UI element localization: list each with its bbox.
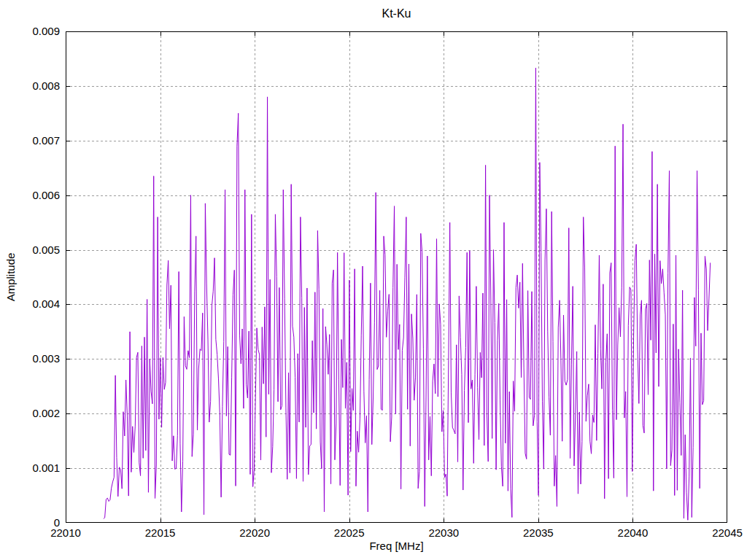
y-tick-label: 0.009 [0, 26, 60, 37]
x-tick-label: 22040 [600, 527, 665, 539]
x-tick-label: 22025 [317, 527, 382, 539]
y-tick-label: 0.007 [0, 135, 60, 147]
x-tick-label: 22035 [506, 527, 571, 539]
spectrum-line [104, 68, 711, 520]
y-tick-label: 0.003 [0, 353, 60, 365]
y-tick-label: 0.006 [0, 190, 60, 201]
y-tick-label: 0.001 [0, 462, 60, 474]
plot-area [66, 31, 727, 523]
x-axis-label: Freq [MHz] [66, 540, 727, 552]
x-tick-label: 22010 [33, 527, 98, 539]
x-tick-label: 22020 [222, 527, 287, 539]
x-tick-label: 22015 [128, 527, 193, 539]
x-tick-label: 22030 [411, 527, 476, 539]
y-tick-label: 0.004 [0, 298, 60, 310]
plot-border [66, 32, 727, 523]
y-tick-label: 0.005 [0, 244, 60, 256]
y-tick-label: 0.002 [0, 408, 60, 419]
y-tick-label: 0.008 [0, 80, 60, 92]
chart-title: Kt-Ku [66, 7, 727, 20]
x-tick-label: 22045 [694, 527, 747, 539]
y-axis-label: Amplitude [4, 253, 17, 302]
